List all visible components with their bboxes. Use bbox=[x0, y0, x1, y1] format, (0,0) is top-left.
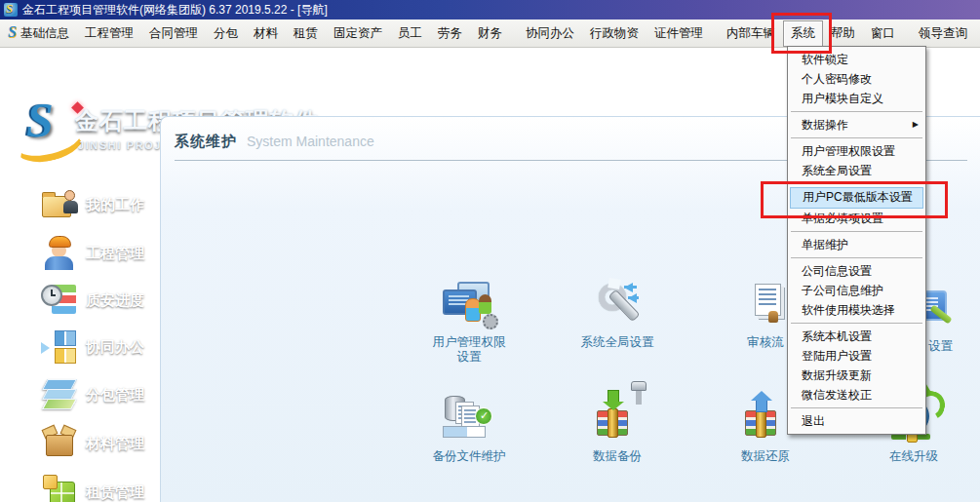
sidebar-item-label: 协同办公 bbox=[86, 338, 144, 357]
menu-item-wechat-send-calibration[interactable]: 微信发送校正 bbox=[788, 385, 925, 405]
page-title-zh: 系统维护 bbox=[175, 133, 237, 151]
menubar-item-system[interactable]: 系统 bbox=[783, 20, 823, 47]
menu-separator bbox=[791, 183, 922, 184]
menu-separator bbox=[791, 323, 922, 324]
green-cubes-icon bbox=[41, 475, 78, 502]
menubar-item-contract-mgmt[interactable]: 合同管理 bbox=[141, 20, 206, 47]
menubar-item-window[interactable]: 窗口 bbox=[863, 20, 903, 47]
menu-item-company-info-settings[interactable]: 公司信息设置 bbox=[788, 261, 925, 281]
sidebar-item-collaborative-office[interactable]: 协同办公 bbox=[0, 328, 160, 367]
sidebar-item-lease-management[interactable]: 租赁管理 bbox=[0, 473, 160, 502]
menu-item-login-user-settings[interactable]: 登陆用户设置 bbox=[788, 346, 925, 366]
sidebar-item-label: 工程管理 bbox=[86, 245, 144, 263]
system-dropdown-menu: 软件锁定 个人密码修改 用户模块自定义 数据操作 ▶ 用户管理权限设置 系统全局… bbox=[787, 46, 926, 435]
shortcut-row-1: 用户管理权限设置 系统全局设置 审核流 bbox=[395, 282, 840, 365]
menubar-item-subcontract[interactable]: 分包 bbox=[206, 20, 246, 47]
sidebar-item-subcontract-management[interactable]: 分包管理 bbox=[0, 375, 160, 414]
menu-item-user-pc-min-version[interactable]: 用户PC最低版本设置 bbox=[790, 187, 923, 209]
menu-item-subsidiary-info[interactable]: 子公司信息维护 bbox=[788, 281, 925, 300]
menu-separator bbox=[791, 257, 922, 258]
menu-item-system-global-settings[interactable]: 系统全局设置 bbox=[788, 161, 925, 180]
folder-user-icon bbox=[41, 187, 78, 222]
menubar-item-help[interactable]: 帮助 bbox=[823, 20, 863, 47]
shortcut-label-partial[interactable]: 设置 bbox=[928, 338, 953, 355]
menubar-item-lease[interactable]: 租赁 bbox=[286, 20, 326, 47]
menubar-item-admin-supplies[interactable]: 行政物资 bbox=[582, 20, 647, 47]
menu-item-software-lock[interactable]: 软件锁定 bbox=[788, 50, 925, 69]
shortcut-backup-file-maintenance[interactable]: 备份文件维护 bbox=[395, 396, 543, 464]
window-title: 金石工程项目管理软件(网络集团版) 6.37 2019.5.22 - [导航] bbox=[22, 2, 328, 19]
sidebar-item-label: 分包管理 bbox=[86, 386, 144, 405]
sidebar-item-material-management[interactable]: 材料管理 bbox=[0, 424, 160, 463]
sidebar-item-my-work[interactable]: 我的工作 bbox=[0, 185, 160, 224]
menu-item-software-module-select[interactable]: 软件使用模块选择 bbox=[788, 300, 925, 320]
documents-stack-icon bbox=[739, 282, 792, 330]
open-box-icon bbox=[41, 426, 78, 461]
menu-separator bbox=[791, 407, 922, 408]
jinshi-logo-icon: S bbox=[18, 96, 76, 158]
shortcut-label: 系统全局设置 bbox=[581, 335, 654, 350]
menu-separator bbox=[791, 231, 922, 232]
menubar-item-collab-office[interactable]: 协同办公 bbox=[518, 20, 582, 47]
menu-separator bbox=[791, 111, 922, 112]
menu-item-personal-password[interactable]: 个人密码修改 bbox=[788, 69, 925, 89]
wrench-sync-icon bbox=[591, 282, 644, 330]
menubar-item-leader-query[interactable]: 领导查询 bbox=[911, 20, 975, 47]
menu-item-data-operation[interactable]: 数据操作 ▶ bbox=[788, 115, 925, 135]
menu-item-user-module-custom[interactable]: 用户模块自定义 bbox=[788, 89, 925, 108]
sidebar-item-label: 材料管理 bbox=[86, 435, 144, 453]
menu-item-user-permission-settings[interactable]: 用户管理权限设置 bbox=[788, 141, 925, 161]
shortcut-label: 在线升级 bbox=[889, 449, 938, 464]
sidebar-item-quality-progress[interactable]: 质安进度 bbox=[0, 281, 160, 320]
shortcut-label: 备份文件维护 bbox=[433, 449, 506, 464]
menu-item-document-maintenance[interactable]: 单据维护 bbox=[788, 235, 925, 254]
menu-item-local-machine-settings[interactable]: 系统本机设置 bbox=[788, 327, 925, 346]
menu-item-data-upgrade-update[interactable]: 数据升级更新 bbox=[788, 366, 925, 385]
construction-worker-icon bbox=[41, 236, 78, 271]
menubar-item-certificate-mgmt[interactable]: 证件管理 bbox=[647, 20, 711, 47]
menubar-item-employee[interactable]: 员工 bbox=[390, 20, 430, 47]
submenu-arrow-icon: ▶ bbox=[913, 121, 919, 129]
app-window: S 金石工程项目管理软件 JINSHI PROJECT MANAGEMENT S… bbox=[0, 0, 980, 502]
menubar-item-shortcut[interactable]: 快捷 bbox=[975, 20, 980, 47]
page-title-en: System Maintenance bbox=[247, 134, 374, 149]
shortcut-user-permission-settings[interactable]: 用户管理权限设置 bbox=[395, 282, 543, 365]
archive-upload-icon bbox=[739, 396, 792, 444]
menu-bar: S 基础信息 工程管理 合同管理 分包 材料 租赁 固定资产 员工 劳务 财务 … bbox=[0, 19, 980, 48]
archive-download-cable-icon bbox=[591, 396, 644, 444]
window-logo-icon: S bbox=[4, 3, 18, 17]
shortcut-data-backup[interactable]: 数据备份 bbox=[543, 396, 691, 464]
stacked-layers-icon bbox=[41, 377, 78, 412]
menubar-item-fixed-assets[interactable]: 固定资产 bbox=[326, 20, 390, 47]
panel-pen-icon[interactable] bbox=[921, 290, 973, 339]
shortcut-label: 数据备份 bbox=[593, 449, 642, 464]
menubar-item-finance[interactable]: 财务 bbox=[470, 20, 510, 47]
menu-item-exit[interactable]: 退出 bbox=[788, 411, 925, 431]
clock-progress-icon bbox=[41, 283, 78, 318]
sidebar-item-project-management[interactable]: 工程管理 bbox=[0, 234, 160, 273]
menu-item-required-fields-settings[interactable]: 单据必填项设置 bbox=[788, 209, 925, 228]
menubar-item-labor[interactable]: 劳务 bbox=[430, 20, 470, 47]
shortcut-label: 审核流 bbox=[747, 335, 784, 350]
sidebar-item-label: 租赁管理 bbox=[86, 483, 144, 502]
arrow-grid-icon bbox=[41, 329, 78, 365]
database-documents-check-icon bbox=[443, 396, 495, 444]
menu-separator bbox=[791, 137, 922, 138]
title-bar: S 金石工程项目管理软件(网络集团版) 6.37 2019.5.22 - [导航… bbox=[0, 0, 980, 19]
menubar-item-basic-info[interactable]: 基础信息 bbox=[13, 20, 77, 47]
shortcut-system-global-settings[interactable]: 系统全局设置 bbox=[543, 282, 691, 365]
sidebar-item-label: 我的工作 bbox=[86, 196, 144, 214]
logo-letter: S bbox=[26, 92, 54, 148]
shortcut-label: 数据还原 bbox=[741, 449, 790, 464]
menubar-item-material[interactable]: 材料 bbox=[246, 20, 286, 47]
monitor-users-gear-icon bbox=[443, 282, 495, 330]
shortcut-label: 用户管理权限设置 bbox=[428, 335, 510, 365]
menubar-item-project-mgmt[interactable]: 工程管理 bbox=[77, 20, 141, 47]
menubar-item-internal-vehicle[interactable]: 内部车辆 bbox=[719, 20, 783, 47]
sidebar-item-label: 质安进度 bbox=[86, 291, 144, 310]
